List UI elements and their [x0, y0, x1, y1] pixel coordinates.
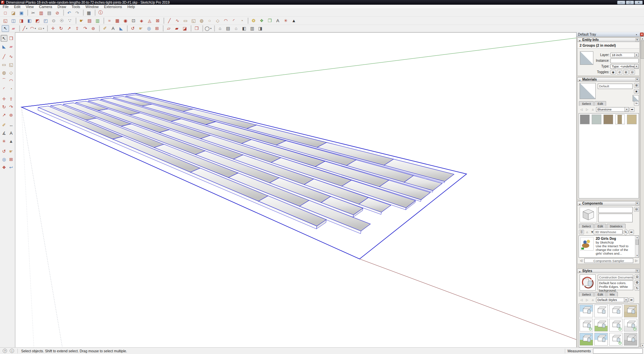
menu-item[interactable]: Edit [11, 5, 23, 9]
menu-item[interactable]: File [0, 5, 11, 9]
front-view-tool-icon[interactable]: ⌂ [232, 25, 240, 32]
components-tab[interactable]: Select [579, 224, 594, 228]
cut-tool-icon[interactable]: ✂ [30, 9, 37, 16]
component-list-item[interactable]: 2D Girls Dogby SketchUpUse the Interact … [579, 236, 639, 256]
iso-view-tool-icon[interactable]: ⌂ [216, 25, 224, 32]
tape-measure-tool-icon[interactable]: ✐ [1, 122, 7, 128]
3-point-arc-tool-icon[interactable]: ◜ [1, 85, 7, 92]
tray-scrollbar[interactable]: ▲ ▼ [640, 37, 644, 347]
layer-dropdown[interactable]: 18 inch▼ [610, 53, 639, 57]
select-tool-icon[interactable]: ↖ [1, 35, 7, 42]
menu-item[interactable]: View [23, 5, 37, 9]
text-tool-icon[interactable]: A [109, 25, 117, 32]
component-name-field[interactable] [598, 207, 633, 213]
rotate-tool-icon[interactable]: ↻ [57, 25, 65, 32]
menu-item[interactable]: Window [83, 5, 101, 9]
protractor-tool-icon[interactable]: ∡ [1, 130, 7, 136]
collection-details-button[interactable]: ➦ [629, 298, 634, 302]
paint-bucket-tool-icon[interactable]: ◣ [1, 43, 7, 50]
style-name-field[interactable]: Construction Documentation St [598, 275, 633, 280]
view-options-button[interactable]: ☰ [579, 230, 584, 234]
2-point-arc-tool-icon[interactable]: ◠ [8, 77, 14, 84]
style-tile[interactable] [580, 305, 593, 317]
orbit-tool-icon[interactable]: ↺ [129, 25, 137, 32]
photo-textures-tool-icon[interactable]: ❐ [266, 17, 273, 24]
zoom-tool-icon[interactable]: ◎ [145, 25, 153, 32]
style-tile[interactable] [594, 305, 608, 317]
3d-text-tool-icon[interactable]: ▲ [290, 17, 298, 24]
chevron-down-icon[interactable]: ▼ [43, 28, 45, 30]
zoom-tool-icon[interactable]: ◎ [1, 156, 7, 163]
style-tile[interactable] [624, 333, 637, 346]
text-tool-icon[interactable]: A [274, 17, 281, 24]
warehouse-search-input[interactable]: 3D Warehouse [594, 229, 623, 234]
copy-tool-icon[interactable]: ▥ [38, 9, 45, 16]
forward-arrow-icon[interactable]: ▷ [585, 107, 590, 112]
arc-tool-icon[interactable]: ⌒ [1, 77, 7, 84]
smoove-tool-icon[interactable]: ◉ [122, 17, 129, 24]
rotate-tool-icon[interactable]: ↻ [1, 103, 7, 110]
collection-details-button[interactable]: ➦ [630, 107, 635, 112]
back-view-tool-icon[interactable]: ▥ [249, 25, 256, 32]
scroll-up-icon[interactable]: ▲ [641, 37, 644, 40]
view-in-warehouse-button[interactable]: ➦ [629, 230, 634, 234]
style-tile[interactable] [594, 319, 608, 331]
text-tool-icon[interactable]: A [8, 130, 14, 136]
make-component-tool-icon[interactable]: ❒ [8, 35, 14, 42]
line-tool-icon[interactable]: ╱ [166, 17, 173, 24]
line-tool-icon[interactable]: ╱▼ [21, 25, 29, 32]
model-info-tool-icon[interactable]: ⓘ [97, 9, 104, 16]
paste-tool-icon[interactable]: ▤ [46, 9, 53, 16]
styles-header[interactable]: ▼ Styles ✕ [577, 269, 640, 273]
components-tab[interactable]: Edit [594, 224, 606, 228]
style-tile[interactable] [594, 333, 608, 346]
model-viewport[interactable] [15, 32, 576, 347]
toggle-terrain-tool-icon[interactable]: ❖ [258, 17, 265, 24]
3-point-arc-tool-icon[interactable]: ◜ [230, 17, 237, 24]
dimension-tool-icon[interactable]: ↔ [8, 122, 14, 128]
measurements-input[interactable] [593, 348, 643, 354]
freehand-tool-icon[interactable]: ∿ [8, 53, 14, 60]
menu-item[interactable]: Camera [36, 5, 55, 9]
circle-tool-icon[interactable]: ◍ [1, 69, 7, 76]
chevron-down-icon[interactable]: ▼ [34, 28, 36, 30]
open-tool-icon[interactable]: ◪ [10, 9, 17, 16]
materials-close-button[interactable]: ✕ [635, 78, 639, 81]
geolocation-icon[interactable]: ? [3, 349, 7, 353]
rectangle-tool-icon[interactable]: ▭ [182, 17, 189, 24]
info-icon[interactable]: i [10, 349, 14, 353]
secondary-pane-button[interactable]: ⊟ [635, 274, 640, 279]
flip-edge-tool-icon[interactable]: ⊠ [154, 17, 161, 24]
line-tool-icon[interactable]: ╱ [1, 53, 7, 60]
rectangle-tool-icon[interactable]: ▭▼ [38, 25, 45, 32]
axes-tool-icon[interactable]: ✳ [1, 138, 7, 144]
home-icon[interactable]: ⌂ [585, 230, 590, 234]
zoom-window-tool-icon[interactable]: ⊞ [153, 25, 161, 32]
right-view-tool-icon[interactable]: ◧ [240, 25, 248, 32]
intersect-tool-icon[interactable]: ◫ [10, 17, 17, 24]
polygon-tool-icon[interactable]: ◇ [8, 69, 14, 76]
home-icon[interactable]: ⌂ [590, 107, 595, 112]
styles-tab[interactable]: Mix [607, 292, 618, 297]
component-attributes-tool-icon[interactable]: ▥ [94, 17, 101, 24]
add-location-tool-icon[interactable]: ❂ [250, 17, 257, 24]
styles-tab[interactable]: Edit [594, 292, 606, 297]
material-name-field[interactable]: Default [598, 84, 633, 89]
sample-paint-icon[interactable]: ✑ [634, 101, 639, 106]
style-tile[interactable]: ↻ [624, 319, 637, 331]
back-arrow-icon[interactable]: ◁ [579, 107, 584, 112]
back-arrow-icon[interactable]: ◁ [579, 298, 584, 302]
left-view-tool-icon[interactable]: ◨ [257, 25, 264, 32]
follow-me-tool-icon[interactable]: ↷ [8, 103, 14, 110]
redo-tool-icon[interactable]: ↷ [73, 9, 81, 16]
tray-close-button[interactable]: ✕ [640, 33, 644, 36]
move-tool-icon[interactable]: ✛ [49, 25, 57, 32]
menu-item[interactable]: Tools [69, 5, 83, 9]
walk-tool-icon[interactable]: ∵ [66, 17, 73, 24]
pin-icon[interactable]: ▪ [636, 33, 637, 37]
update-style-icon[interactable]: ↻ [635, 286, 640, 291]
home-icon[interactable]: ⌂ [590, 298, 595, 302]
entity-info-header[interactable]: ▼ Entity Info ✕ [577, 38, 640, 42]
style-tile[interactable] [580, 333, 593, 346]
styles-collection-dropdown[interactable]: Default Styles▼ [596, 298, 628, 302]
